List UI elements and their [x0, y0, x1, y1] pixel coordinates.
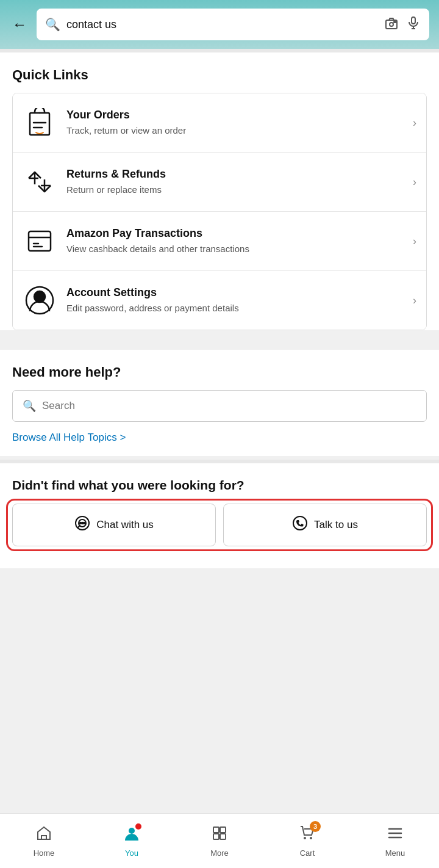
account-subtitle: Edit password, address or payment detail… — [66, 302, 403, 314]
chat-with-us-button[interactable]: Chat with us — [12, 504, 216, 546]
svg-point-1 — [390, 23, 393, 26]
account-chevron: › — [413, 294, 416, 307]
account-text: Account Settings Edit password, address … — [66, 286, 403, 314]
menu-icon — [387, 825, 404, 846]
bottom-spacer — [0, 568, 439, 629]
bottom-nav: Home You More — [0, 813, 439, 868]
quick-link-orders[interactable]: Your Orders Track, return or view an ord… — [13, 93, 426, 153]
svg-rect-3 — [412, 17, 415, 24]
cart-badge: 3 — [310, 821, 321, 832]
header: ← 🔍 — [0, 0, 439, 49]
svg-point-23 — [293, 516, 307, 530]
svg-rect-28 — [213, 834, 219, 839]
help-title: Need more help? — [12, 364, 427, 380]
quick-links-card: Your Orders Track, return or view an ord… — [12, 93, 427, 330]
search-icon-group — [384, 16, 421, 34]
returns-icon — [23, 165, 57, 199]
pay-chevron: › — [413, 235, 416, 248]
search-input[interactable] — [66, 18, 378, 31]
search-bar: 🔍 — [37, 9, 429, 40]
returns-subtitle: Return or replace items — [66, 183, 403, 196]
nav-you[interactable]: You — [88, 814, 176, 868]
nav-you-label: You — [125, 848, 138, 858]
orders-text: Your Orders Track, return or view an ord… — [66, 109, 403, 137]
help-section: Need more help? 🔍 Browse All Help Topics… — [0, 350, 439, 456]
svg-point-22 — [84, 523, 85, 524]
not-found-section: Didn't find what you were looking for? C… — [0, 460, 439, 568]
quick-link-returns[interactable]: Returns & Refunds Return or replace item… — [13, 153, 426, 212]
returns-chevron: › — [413, 176, 416, 189]
help-search-icon: 🔍 — [23, 399, 36, 413]
pay-subtitle: View cashback details and other transact… — [66, 242, 403, 255]
nav-home[interactable]: Home — [0, 814, 88, 868]
home-icon — [35, 825, 52, 846]
quick-link-pay[interactable]: Amazon Pay Transactions View cashback de… — [13, 212, 426, 271]
talk-label: Talk to us — [314, 519, 358, 531]
nav-cart[interactable]: 3 Cart — [263, 814, 351, 868]
svg-rect-29 — [220, 834, 226, 839]
cart-icon: 3 — [299, 825, 316, 846]
help-search-input[interactable] — [42, 400, 416, 412]
phone-icon — [292, 515, 308, 535]
camera-icon[interactable] — [384, 16, 399, 34]
svg-rect-26 — [213, 827, 219, 833]
orders-title: Your Orders — [66, 109, 403, 121]
browse-all-link[interactable]: Browse All Help Topics > — [12, 432, 126, 443]
returns-title: Returns & Refunds — [66, 168, 403, 181]
pay-text: Amazon Pay Transactions View cashback de… — [66, 227, 403, 255]
search-icon: 🔍 — [45, 17, 60, 32]
svg-point-30 — [304, 837, 306, 839]
pay-title: Amazon Pay Transactions — [66, 227, 403, 240]
you-icon — [123, 825, 140, 846]
svg-point-25 — [129, 828, 135, 834]
nav-more[interactable]: More — [176, 814, 263, 868]
quick-links-title: Quick Links — [12, 67, 427, 83]
more-icon — [211, 825, 228, 846]
returns-text: Returns & Refunds Return or replace item… — [66, 168, 403, 196]
not-found-title: Didn't find what you were looking for? — [12, 478, 427, 493]
orders-chevron: › — [413, 117, 416, 129]
account-title: Account Settings — [66, 286, 403, 299]
help-search-box[interactable]: 🔍 — [12, 390, 427, 422]
back-button[interactable]: ← — [10, 13, 29, 35]
quick-link-account[interactable]: Account Settings Edit password, address … — [13, 271, 426, 330]
svg-rect-27 — [220, 827, 226, 833]
svg-rect-2 — [394, 21, 396, 23]
svg-rect-6 — [30, 113, 49, 135]
svg-point-16 — [34, 291, 45, 302]
nav-more-label: More — [210, 848, 229, 858]
nav-home-label: Home — [34, 848, 55, 858]
nav-menu[interactable]: Menu — [351, 814, 439, 868]
chat-icon — [74, 515, 90, 535]
pay-icon — [23, 224, 57, 258]
orders-subtitle: Track, return or view an order — [66, 124, 403, 137]
contact-buttons: Chat with us Talk to us — [12, 504, 427, 546]
orders-icon — [23, 106, 57, 140]
svg-point-31 — [310, 837, 312, 839]
svg-rect-24 — [41, 836, 46, 839]
main-content: Quick Links Your Orders Track, return or… — [0, 52, 439, 330]
svg-rect-11 — [29, 231, 51, 251]
nav-cart-label: Cart — [300, 848, 315, 858]
talk-to-us-button[interactable]: Talk to us — [223, 504, 427, 546]
mic-icon[interactable] — [406, 16, 421, 34]
nav-menu-label: Menu — [385, 848, 405, 858]
account-icon — [23, 283, 57, 317]
chat-label: Chat with us — [96, 519, 154, 531]
